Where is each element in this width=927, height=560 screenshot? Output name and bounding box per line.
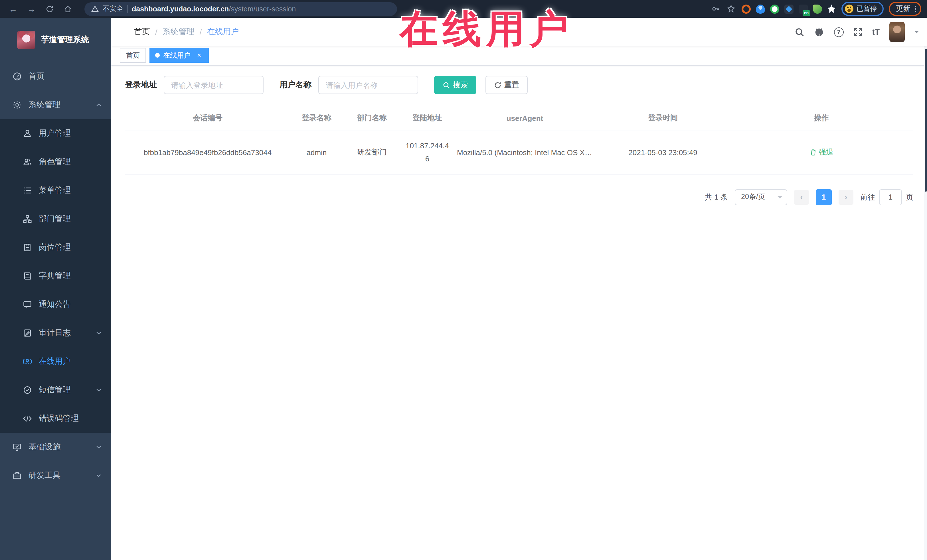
org-tree-icon — [23, 214, 32, 223]
app-logo — [17, 31, 35, 49]
help-icon[interactable] — [834, 27, 844, 37]
goto-page-input[interactable] — [879, 189, 902, 205]
back-icon[interactable]: ← — [6, 3, 21, 15]
message-icon — [23, 300, 32, 309]
pagination: 共 1 条 20条/页 ‹ 1 › 前往 页 — [125, 189, 913, 205]
tab-home[interactable]: 首页 — [120, 48, 146, 63]
login-address-input[interactable] — [164, 76, 264, 94]
current-page-button[interactable]: 1 — [816, 189, 832, 205]
address-bar[interactable]: 不安全 dashboard.yudao.iocoder.cn/system/us… — [84, 2, 397, 16]
user-avatar[interactable] — [889, 22, 905, 42]
sidebar-menu: 首页 系统管理 用户管理 角色管理 — [0, 62, 111, 490]
sidebar-item-system[interactable]: 系统管理 — [0, 91, 111, 119]
forward-icon[interactable]: → — [24, 3, 39, 15]
page-content: 登录地址 用户名称 搜索 重置 — [111, 65, 927, 560]
tab-label: 在线用户 — [163, 50, 190, 60]
sidebar: 芋道管理系统 首页 系统管理 用户管理 — [0, 18, 111, 560]
page-size-value: 20条/页 — [741, 193, 765, 202]
username-input[interactable] — [318, 76, 418, 94]
force-logout-button[interactable]: 强退 — [810, 147, 833, 157]
user-icon — [23, 129, 32, 138]
reset-button-label: 重置 — [504, 80, 519, 90]
chevron-down-icon — [95, 387, 102, 393]
monitor-icon — [12, 443, 22, 452]
close-tab-icon[interactable] — [195, 51, 203, 59]
paused-extension-badge[interactable]: 已暂停 — [841, 2, 883, 16]
bookmark-star-icon[interactable] — [726, 4, 736, 14]
github-icon[interactable] — [814, 27, 824, 37]
breadcrumb-home[interactable]: 首页 — [134, 27, 150, 37]
security-label[interactable]: 不安全 — [103, 4, 123, 14]
key-icon[interactable] — [711, 4, 721, 14]
sidebar-item-online-users[interactable]: 在线用户 — [0, 347, 111, 376]
tags-view-bar: 首页 在线用户 — [111, 46, 927, 65]
sidebar-item-role-mgmt[interactable]: 角色管理 — [0, 148, 111, 176]
sidebar-item-notice[interactable]: 通知公告 — [0, 290, 111, 319]
cell-actions: 强退 — [729, 131, 913, 174]
breadcrumb-separator: / — [200, 27, 202, 36]
sidebar-item-home[interactable]: 首页 — [0, 62, 111, 91]
sidebar-item-sms-mgmt[interactable]: 短信管理 — [0, 376, 111, 404]
sidebar-item-dict-mgmt[interactable]: 字典管理 — [0, 262, 111, 290]
users-icon — [23, 157, 32, 167]
page-url[interactable]: dashboard.yudao.iocoder.cn/system/user-s… — [132, 5, 296, 13]
fullscreen-icon[interactable] — [853, 27, 863, 36]
goto-label: 前往 — [860, 192, 875, 202]
sidebar-item-user-mgmt[interactable]: 用户管理 — [0, 119, 111, 148]
page-size-select[interactable]: 20条/页 — [735, 189, 787, 205]
avatar-caret-icon[interactable] — [915, 31, 919, 35]
breadcrumb-system[interactable]: 系统管理 — [163, 27, 195, 37]
extension-icon[interactable] — [770, 4, 779, 14]
cell-ip: 101.87.244.46 — [401, 131, 453, 174]
sidebar-item-dept-mgmt[interactable]: 部门管理 — [0, 205, 111, 233]
collapse-sidebar-icon[interactable] — [118, 27, 129, 37]
sidebar-item-post-mgmt[interactable]: 岗位管理 — [0, 233, 111, 262]
sidebar-item-errorcode-mgmt[interactable]: 错误码管理 — [0, 404, 111, 433]
sidebar-item-infrastructure[interactable]: 基础设施 — [0, 433, 111, 461]
table-header-row: 会话编号 登录名称 部门名称 登陆地址 userAgent 登录时间 操作 — [125, 107, 913, 131]
paused-label: 已暂停 — [857, 4, 877, 14]
extension-icon[interactable] — [741, 4, 751, 14]
sidebar-item-label: 字典管理 — [39, 271, 102, 281]
tab-online-users[interactable]: 在线用户 — [149, 48, 209, 63]
home-icon[interactable] — [61, 3, 75, 15]
extension-icon[interactable] — [827, 4, 836, 14]
extension-icon[interactable] — [755, 4, 765, 14]
reload-icon[interactable] — [42, 3, 57, 15]
col-username: 登录名称 — [290, 107, 343, 131]
col-login-time: 登录时间 — [596, 107, 729, 131]
update-label: 更新 — [896, 4, 910, 14]
header-actions — [795, 22, 919, 42]
scrollbar[interactable] — [924, 18, 927, 560]
search-icon[interactable] — [795, 27, 804, 37]
translate-extension-icon[interactable]: en — [798, 4, 807, 14]
sidebar-item-label: 部门管理 — [39, 214, 102, 224]
login-address-label: 登录地址 — [125, 80, 157, 90]
sidebar-item-audit-log[interactable]: 审计日志 — [0, 319, 111, 347]
cell-user-agent: Mozilla/5.0 (Macintosh; Intel Mac OS X 1… — [453, 131, 596, 174]
extension-icon[interactable] — [813, 4, 822, 14]
reset-button[interactable]: 重置 — [485, 76, 528, 94]
sidebar-item-label: 基础设施 — [29, 442, 88, 452]
extension-icon[interactable] — [784, 4, 793, 14]
sidebar-item-menu-mgmt[interactable]: 菜单管理 — [0, 176, 111, 205]
search-button[interactable]: 搜索 — [434, 76, 476, 94]
code-icon — [23, 414, 32, 423]
browser-menu-icon[interactable] — [915, 6, 916, 12]
audit-log-icon — [23, 328, 32, 338]
force-logout-label: 强退 — [819, 147, 833, 157]
check-circle-icon — [23, 385, 32, 395]
search-button-label: 搜索 — [453, 80, 468, 90]
cell-login-time: 2021-05-03 23:05:49 — [596, 131, 729, 174]
next-page-button[interactable]: › — [839, 190, 853, 205]
sidebar-header[interactable]: 芋道管理系统 — [0, 18, 111, 62]
scrollbar-thumb[interactable] — [924, 49, 927, 191]
browser-update-button[interactable]: 更新 — [889, 2, 921, 16]
prev-page-button[interactable]: ‹ — [794, 190, 809, 205]
en-badge: en — [803, 10, 810, 16]
font-size-icon[interactable] — [872, 27, 880, 36]
gear-icon — [12, 100, 22, 109]
cell-dept: 研发部门 — [343, 131, 401, 174]
sidebar-item-dev-tools[interactable]: 研发工具 — [0, 461, 111, 490]
goto-unit-label: 页 — [906, 192, 913, 202]
